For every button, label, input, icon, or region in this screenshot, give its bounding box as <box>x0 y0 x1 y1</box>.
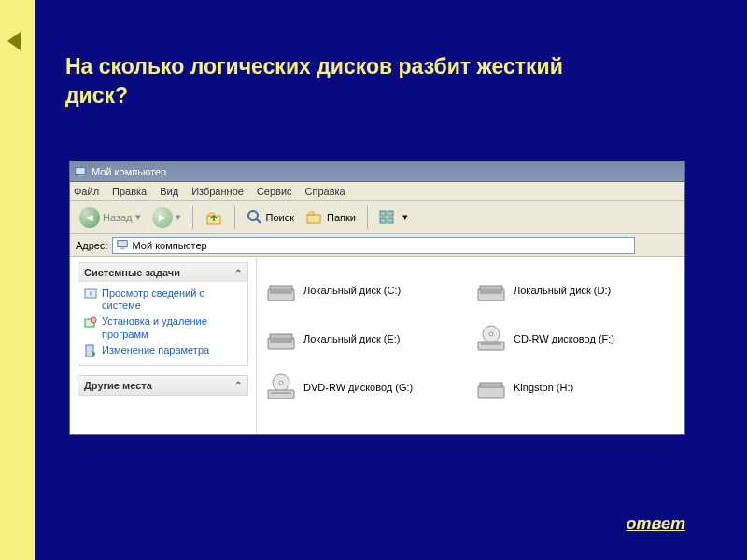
optical-drive-icon <box>264 373 298 401</box>
svg-rect-30 <box>481 343 501 345</box>
svg-rect-1 <box>78 175 82 176</box>
search-label: Поиск <box>266 212 294 223</box>
hard-drive-icon <box>264 276 298 304</box>
settings-icon <box>84 344 97 357</box>
other-places-title: Другие места <box>84 380 152 391</box>
svg-rect-20 <box>270 291 292 294</box>
svg-point-32 <box>279 381 283 385</box>
window-title-text: Мой компьютер <box>92 166 166 177</box>
svg-rect-0 <box>76 167 86 174</box>
svg-point-28 <box>489 332 493 336</box>
svg-rect-21 <box>478 289 504 301</box>
svg-rect-36 <box>480 383 502 387</box>
task-label: Установка и удаление программ <box>102 315 242 340</box>
menu-file[interactable]: Файл <box>74 186 99 197</box>
explorer-window: Мой компьютер Файл Правка Вид Избранное … <box>69 161 685 435</box>
content-area: Системные задачи ⌃ i Просмотр сведений о… <box>70 257 684 434</box>
svg-rect-18 <box>268 289 294 301</box>
folder-up-icon <box>204 208 223 227</box>
svg-rect-26 <box>270 340 292 343</box>
search-icon <box>247 209 263 226</box>
svg-rect-33 <box>268 390 294 399</box>
optical-drive-icon <box>474 325 508 353</box>
drive-label: Локальный диск (E:) <box>303 333 401 344</box>
drive-item[interactable]: DVD-RW дисковод (G:) <box>261 363 471 412</box>
menu-bar: Файл Правка Вид Избранное Сервис Справка <box>70 182 684 201</box>
svg-rect-34 <box>271 392 291 394</box>
chevron-down-icon: ▾ <box>402 211 408 223</box>
folders-label: Папки <box>327 212 356 223</box>
folders-button[interactable]: Папки <box>302 207 359 228</box>
system-tasks-title: Системные задачи <box>84 267 180 278</box>
svg-text:i: i <box>90 289 92 298</box>
system-tasks-panel: Системные задачи ⌃ i Просмотр сведений о… <box>78 262 248 366</box>
drive-label: CD-RW дисковод (F:) <box>514 333 614 344</box>
task-label: Просмотр сведений о системе <box>102 287 242 312</box>
views-button[interactable]: ▾ <box>375 207 412 228</box>
svg-rect-25 <box>270 334 292 339</box>
answer-link[interactable]: ответ <box>627 514 685 534</box>
back-arrow-icon: ◄ <box>79 207 100 228</box>
chevron-down-icon: ▾ <box>135 211 141 223</box>
svg-rect-19 <box>270 286 292 290</box>
svg-rect-8 <box>380 218 386 223</box>
svg-rect-7 <box>388 211 393 216</box>
toolbar-separator <box>234 206 235 229</box>
forward-button: ► ▾ <box>148 205 185 230</box>
task-add-remove[interactable]: Установка и удаление программ <box>84 314 242 342</box>
svg-rect-10 <box>117 240 127 246</box>
add-remove-icon <box>84 315 97 329</box>
svg-rect-5 <box>307 215 320 223</box>
svg-rect-35 <box>478 386 504 398</box>
tasks-sidebar: Системные задачи ⌃ i Просмотр сведений о… <box>70 257 257 434</box>
address-field[interactable]: Мой компьютер <box>112 237 635 254</box>
collapse-icon: ⌃ <box>234 268 242 278</box>
back-label: Назад <box>103 212 133 223</box>
task-system-info[interactable]: i Просмотр сведений о системе <box>84 286 242 314</box>
system-tasks-body: i Просмотр сведений о системе Установка … <box>78 282 247 365</box>
svg-line-4 <box>257 219 261 223</box>
my-computer-icon <box>74 165 87 178</box>
menu-tools[interactable]: Сервис <box>257 186 292 197</box>
views-icon <box>379 209 400 226</box>
up-button[interactable] <box>201 206 227 229</box>
svg-rect-9 <box>388 218 393 223</box>
window-titlebar[interactable]: Мой компьютер <box>70 161 684 182</box>
drive-item[interactable]: Локальный диск (E:) <box>261 315 471 363</box>
slide-title: На сколько логических дисков разбит жест… <box>65 52 588 110</box>
drive-item[interactable]: CD-RW дисковод (F:) <box>471 315 681 363</box>
drive-label: Kingston (H:) <box>514 382 573 393</box>
svg-point-15 <box>91 317 96 323</box>
slide-left-stripe <box>0 0 35 560</box>
menu-help[interactable]: Справка <box>305 186 345 197</box>
address-bar: Адрес: Мой компьютер <box>70 234 684 257</box>
folders-icon <box>305 209 324 226</box>
search-button[interactable]: Поиск <box>243 207 298 228</box>
prev-slide-triangle[interactable] <box>7 32 21 50</box>
drive-item[interactable]: Локальный диск (D:) <box>471 266 681 315</box>
toolbar: ◄ Назад ▾ ► ▾ Поиск Папки ▾ <box>70 201 684 234</box>
menu-view[interactable]: Вид <box>160 186 178 197</box>
address-label: Адрес: <box>76 240 108 251</box>
menu-edit[interactable]: Правка <box>112 186 147 197</box>
drive-label: DVD-RW дисковод (G:) <box>303 382 413 393</box>
svg-rect-29 <box>478 342 504 350</box>
svg-point-17 <box>92 352 95 356</box>
drives-area: Локальный диск (C:)Локальный диск (D:)Ло… <box>257 257 684 434</box>
drive-item[interactable]: Kingston (H:) <box>471 363 681 412</box>
toolbar-separator <box>367 206 368 229</box>
address-value: Мой компьютер <box>133 240 207 251</box>
my-computer-icon <box>116 238 129 253</box>
task-label: Изменение параметра <box>102 344 209 357</box>
svg-rect-6 <box>380 211 386 216</box>
drive-label: Локальный диск (D:) <box>514 285 611 296</box>
other-places-header[interactable]: Другие места ⌃ <box>78 376 247 395</box>
drive-item[interactable]: Локальный диск (C:) <box>261 266 471 315</box>
task-change-setting[interactable]: Изменение параметра <box>84 343 242 359</box>
svg-rect-22 <box>480 286 502 290</box>
menu-favorites[interactable]: Избранное <box>191 186 244 197</box>
svg-rect-23 <box>480 291 502 294</box>
system-tasks-header[interactable]: Системные задачи ⌃ <box>78 263 247 282</box>
chevron-down-icon: ▾ <box>176 211 181 223</box>
svg-rect-24 <box>268 338 294 349</box>
